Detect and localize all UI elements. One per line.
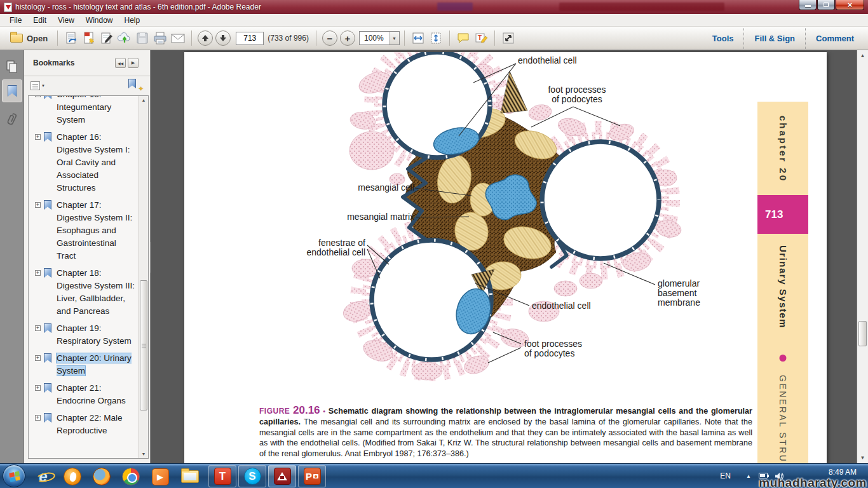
bookmark-item-ch21[interactable]: + Chapter 21: Endocrine Organs: [29, 382, 139, 407]
scrollbar-thumb[interactable]: [140, 280, 147, 410]
label-endothelial-cell-top: endothelial cell: [518, 56, 577, 65]
bookmark-item-ch20[interactable]: + Chapter 20: Urinary System: [29, 352, 139, 377]
media-player-icon: ▶: [152, 468, 169, 485]
add-comment-button[interactable]: [454, 29, 472, 47]
figure-label: FIGURE: [259, 407, 290, 416]
fullscreen-arrows-icon: [501, 32, 515, 44]
tab-section-label: Urinary System: [778, 245, 789, 329]
tools-pane-button[interactable]: Tools: [702, 28, 744, 49]
zoom-level-select[interactable]: 100% ▼: [359, 31, 400, 45]
language-indicator[interactable]: EN: [720, 471, 731, 480]
label-foot-processes-bottom: foot processes of podocytes: [524, 339, 582, 358]
bookmark-options-button[interactable]: ▼: [31, 80, 47, 92]
t-app-button[interactable]: T: [208, 465, 236, 487]
speech-bubble-icon: [456, 32, 470, 44]
export-pdf-icon: [82, 31, 96, 45]
expand-icon[interactable]: +: [35, 134, 41, 140]
minimize-button[interactable]: [799, 0, 817, 10]
bookmarks-scrollbar[interactable]: ▲ ▼: [139, 96, 148, 458]
page-number-input[interactable]: [236, 32, 264, 45]
scroll-up-icon[interactable]: ▲: [857, 51, 868, 60]
title-bar: histology - ross - histology text and at…: [0, 0, 868, 14]
start-button[interactable]: [3, 464, 25, 487]
next-page-button[interactable]: [215, 30, 231, 46]
expand-icon[interactable]: +: [35, 325, 41, 331]
save-button[interactable]: [133, 29, 151, 47]
close-button[interactable]: ×: [836, 0, 864, 10]
export-pdf-button[interactable]: [80, 29, 98, 47]
bookmark-icon: [44, 413, 51, 423]
skype-button[interactable]: S: [238, 465, 266, 487]
zoom-out-button[interactable]: −: [322, 30, 337, 46]
bookmark-item-ch18[interactable]: + Chapter 18: Digestive System III: Live…: [29, 267, 139, 318]
skype-icon: S: [244, 468, 261, 485]
expand-icon[interactable]: +: [35, 355, 41, 361]
toolbar-panes: Tools Fill & Sign Comment: [702, 27, 864, 50]
gom-player-button[interactable]: [62, 466, 83, 487]
fit-width-button[interactable]: [409, 29, 427, 47]
expand-icon[interactable]: +: [35, 385, 41, 391]
scroll-up-icon[interactable]: ▲: [139, 96, 148, 104]
menu-window[interactable]: Window: [80, 15, 119, 26]
menu-help[interactable]: Help: [119, 15, 146, 26]
scroll-down-icon[interactable]: ▼: [857, 453, 868, 463]
bookmark-item-ch19[interactable]: + Chapter 19: Respiratory System: [29, 322, 139, 348]
chrome-button[interactable]: [121, 466, 141, 487]
menu-edit[interactable]: Edit: [27, 15, 52, 26]
media-player-button[interactable]: ▶: [150, 466, 170, 487]
send-file-button[interactable]: [62, 29, 80, 47]
clock[interactable]: 8:49 AM: [829, 468, 857, 477]
expand-panel-button[interactable]: ▶: [128, 58, 139, 68]
chevron-down-icon: ▼: [41, 84, 45, 88]
zoom-value: 100%: [360, 34, 389, 43]
fill-sign-pane-button[interactable]: Fill & Sign: [743, 28, 805, 49]
expand-icon[interactable]: +: [35, 270, 41, 276]
print-button[interactable]: [151, 29, 169, 47]
email-button[interactable]: [169, 29, 187, 47]
internet-explorer-button[interactable]: e: [33, 466, 53, 487]
chevron-down-icon[interactable]: ▼: [389, 32, 399, 44]
powerpoint-button[interactable]: P: [298, 465, 326, 487]
adobe-reader-button[interactable]: [268, 465, 296, 487]
firefox-button[interactable]: [92, 466, 112, 487]
powerpoint-icon: P: [304, 468, 321, 485]
menu-view[interactable]: View: [52, 15, 80, 26]
save-disk-icon: [136, 32, 149, 44]
bookmark-item-ch22[interactable]: + Chapter 22: Male Reproductive: [29, 412, 139, 437]
page-count-label: (733 of 996): [268, 34, 309, 43]
bookmarks-list: + Chapter 15: Integumentary System + Cha…: [29, 95, 139, 442]
expand-icon[interactable]: +: [35, 95, 41, 97]
attachments-button[interactable]: [2, 109, 22, 132]
document-scrollbar[interactable]: ▲ ▼: [857, 50, 868, 463]
expand-icon[interactable]: +: [35, 415, 41, 421]
bookmark-item-ch17[interactable]: + Chapter 17: Digestive System II: Esoph…: [29, 199, 139, 262]
highlight-text-button[interactable]: T: [472, 29, 490, 47]
sign-document-button[interactable]: [98, 29, 116, 47]
zoom-in-button[interactable]: +: [340, 30, 355, 46]
gom-player-icon: [64, 468, 81, 485]
fit-page-button[interactable]: [427, 29, 445, 47]
bookmarks-panel-button[interactable]: [2, 79, 22, 102]
fullscreen-button[interactable]: [499, 29, 517, 47]
collapse-panel-button[interactable]: ◀◀: [115, 58, 126, 68]
new-bookmark-button[interactable]: ✦: [128, 79, 142, 92]
windows-explorer-button[interactable]: [180, 466, 200, 487]
scroll-down-icon[interactable]: ▼: [139, 450, 148, 458]
expand-icon[interactable]: +: [35, 202, 41, 208]
comment-pane-button[interactable]: Comment: [805, 28, 864, 49]
restore-button[interactable]: [817, 0, 835, 10]
bookmark-item-ch15[interactable]: + Chapter 15: Integumentary System: [29, 95, 139, 126]
caption-body: The mesangial cell and its surrounding m…: [259, 417, 752, 458]
down-arrow-icon: [219, 34, 227, 42]
tab-page-number-box: 713: [757, 195, 808, 234]
hidden-icons-button[interactable]: ▲: [746, 473, 751, 479]
previous-page-button[interactable]: [198, 30, 213, 46]
label-foot-processes-top: foot processes of podocytes: [542, 85, 612, 104]
open-button[interactable]: Open: [5, 29, 53, 47]
bookmark-icon: [128, 79, 136, 88]
scrollbar-thumb[interactable]: [858, 321, 867, 346]
menu-file[interactable]: File: [4, 15, 27, 26]
upload-cloud-button[interactable]: [116, 29, 133, 47]
bookmark-item-ch16[interactable]: + Chapter 16: Digestive System I: Oral C…: [29, 131, 139, 194]
page-thumbnails-button[interactable]: [2, 55, 22, 78]
